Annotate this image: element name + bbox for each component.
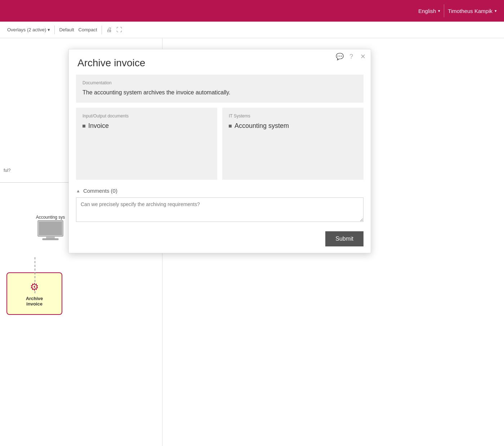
toolbar: Overlays (2 active) ▾ Default Compact 🖨 … <box>0 22 504 38</box>
it-list-item: Accounting system <box>229 122 357 130</box>
overlays-label: Overlays (2 active) <box>7 27 46 32</box>
nav-separator <box>444 4 444 17</box>
it-item-label: Accounting system <box>235 122 289 130</box>
io-bullet <box>82 125 85 128</box>
doc-section-label: Documentation <box>82 80 357 85</box>
canvas-area: ful? Accounting sys ⚙ Archiveinvoice 💬 ?… <box>0 38 504 446</box>
doc-section-content: The accounting system archives the invoi… <box>82 88 357 97</box>
it-bullet <box>229 125 232 128</box>
language-chevron: ▾ <box>438 9 440 13</box>
user-label: Timotheus Kampik <box>448 8 492 14</box>
overlay-panel: 💬 ? ✕ Archive invoice Documentation The … <box>68 49 371 253</box>
overlays-chevron: ▾ <box>48 27 50 32</box>
language-selector[interactable]: English ▾ <box>418 8 440 14</box>
computer-svg-icon <box>36 220 65 241</box>
io-section-label: Input/Output documents <box>82 113 211 119</box>
comments-label: Comments (0) <box>83 188 117 194</box>
toolbar-separator-1 <box>54 26 55 34</box>
default-label: Default <box>59 27 74 32</box>
print-icon[interactable]: 🖨 <box>106 27 112 33</box>
comment-textarea[interactable] <box>76 197 363 222</box>
it-section-label: IT Systems <box>229 113 357 119</box>
default-view-button[interactable]: Default <box>59 27 74 32</box>
it-section: IT Systems Accounting system <box>222 108 363 180</box>
comments-header: ▲ Comments (0) <box>76 188 363 194</box>
overlays-button[interactable]: Overlays (2 active) ▾ <box>7 27 50 32</box>
submit-button[interactable]: Submit <box>325 231 363 246</box>
sections-row: Input/Output documents Invoice IT System… <box>76 108 363 180</box>
svg-rect-1 <box>39 222 62 235</box>
user-menu[interactable]: Timotheus Kampik ▾ <box>448 8 497 14</box>
compact-view-button[interactable]: Compact <box>79 27 97 32</box>
comments-section: ▲ Comments (0) <box>69 185 371 228</box>
io-item-label: Invoice <box>88 122 109 130</box>
close-icon-button[interactable]: ✕ <box>358 52 367 61</box>
expand-icon[interactable]: ⛶ <box>116 27 122 33</box>
archive-node-label: Archiveinvoice <box>26 296 43 307</box>
user-chevron: ▾ <box>495 9 497 13</box>
toolbar-separator-2 <box>102 26 102 34</box>
svg-rect-3 <box>43 238 58 240</box>
documentation-section: Documentation The accounting system arch… <box>76 75 363 103</box>
dashed-line-1 <box>35 257 35 293</box>
language-label: English <box>418 8 436 14</box>
help-icon-button[interactable]: ? <box>347 52 356 61</box>
diagram-gateway-label: ful? <box>4 168 10 173</box>
comments-chevron-icon: ▲ <box>76 188 80 193</box>
compact-label: Compact <box>79 27 97 32</box>
chat-icon-button[interactable]: 💬 <box>335 52 344 61</box>
top-navigation: English ▾ Timotheus Kampik ▾ <box>0 0 504 22</box>
svg-rect-2 <box>46 236 55 238</box>
io-section: Input/Output documents Invoice <box>76 108 217 180</box>
panel-title: Archive invoice <box>69 49 371 75</box>
io-list-item: Invoice <box>82 122 211 130</box>
panel-icons: 💬 ? ✕ <box>335 52 367 61</box>
